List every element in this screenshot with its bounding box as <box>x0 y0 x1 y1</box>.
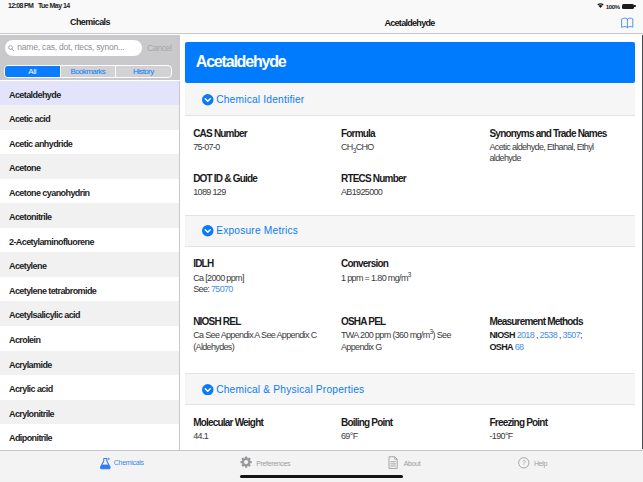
svg-text:?: ? <box>522 460 526 467</box>
